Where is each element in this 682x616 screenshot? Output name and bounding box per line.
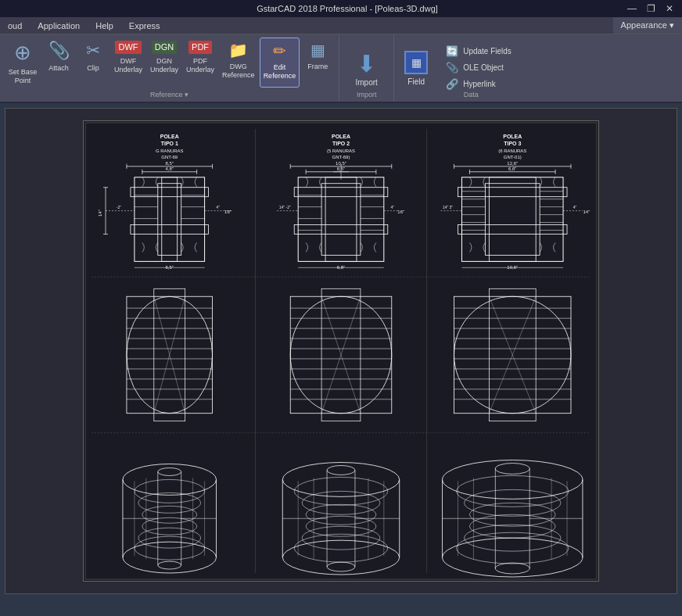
- restore-button[interactable]: ❐: [644, 2, 657, 15]
- svg-text:POLEA: POLEA: [160, 134, 179, 139]
- frame-icon: ▦: [310, 41, 325, 59]
- svg-text:14"  -2": 14" -2": [279, 205, 291, 210]
- dgn-underlay-icon: DGN: [152, 41, 177, 54]
- menu-oud[interactable]: oud: [0, 17, 30, 34]
- reference-group-label: Reference ▾: [0, 89, 339, 100]
- main-content: POLEA TIPO 1 G RANURAS GNT-69 POLEA TIPO…: [0, 103, 682, 599]
- drawing-container: POLEA TIPO 1 G RANURAS GNT-69 POLEA TIPO…: [5, 109, 677, 593]
- svg-text:12,6": 12,6": [507, 161, 518, 166]
- svg-text:4": 4": [573, 205, 577, 210]
- svg-text:GNT-69: GNT-69: [161, 155, 178, 159]
- dwf-underlay-button[interactable]: DWF DWFUnderlay: [111, 38, 145, 88]
- dwg-reference-icon: 📁: [228, 41, 248, 59]
- drawing-frame: POLEA TIPO 1 G RANURAS GNT-69 POLEA TIPO…: [83, 120, 599, 582]
- menu-application[interactable]: Application: [30, 17, 88, 34]
- svg-text:TIPO 2: TIPO 2: [332, 141, 350, 146]
- dwf-underlay-icon: DWF: [115, 41, 141, 54]
- title-bar: GstarCAD 2018 Professional - [Poleas-3D.…: [0, 0, 682, 17]
- svg-text:(6 RANURAS: (6 RANURAS: [498, 149, 526, 153]
- set-base-point-icon: ⊕: [14, 41, 31, 65]
- attach-icon: 📎: [48, 41, 70, 61]
- svg-text:POLEA: POLEA: [332, 134, 350, 139]
- menu-express[interactable]: Express: [121, 17, 168, 34]
- svg-text:G RANURAS: G RANURAS: [156, 149, 184, 153]
- svg-text:14"  3": 14" 3": [443, 205, 453, 210]
- ribbon-group-reference: ⊕ Set BasePoint 📎 Attach ✂ Clip DWF DWFU…: [0, 34, 339, 102]
- clip-icon: ✂: [86, 41, 100, 61]
- svg-text:-2": -2": [117, 205, 121, 210]
- ribbon-group-data: ▦ Field 🔄 Update Fields 📎 OLE Object 🔗 H…: [394, 34, 547, 102]
- drawing-svg: POLEA TIPO 1 G RANURAS GNT-69 POLEA TIPO…: [84, 121, 598, 581]
- pdf-underlay-icon: PDF: [188, 41, 212, 54]
- menu-bar: oud Application Help Express Appearance …: [0, 17, 682, 34]
- window-title: GstarCAD 2018 Professional - [Poleas-3D.…: [69, 4, 626, 13]
- ole-object-button[interactable]: 📎 OLE Object: [443, 60, 540, 75]
- attach-button[interactable]: 📎 Attach: [42, 38, 75, 88]
- canvas-inner: POLEA TIPO 1 G RANURAS GNT-69 POLEA TIPO…: [5, 109, 677, 593]
- svg-text:4": 4": [216, 205, 220, 210]
- ole-object-icon: 📎: [446, 62, 458, 73]
- edit-reference-icon: ✏: [273, 41, 286, 60]
- set-base-point-button[interactable]: ⊕ Set BasePoint: [5, 38, 41, 88]
- edit-reference-button[interactable]: ✏ EditReference: [260, 38, 300, 88]
- dwg-reference-button[interactable]: 📁 DWGReference: [219, 38, 258, 88]
- import-icon: ⬇: [357, 50, 376, 78]
- field-icon: ▦: [404, 51, 428, 74]
- svg-text:(5 RANURAS: (5 RANURAS: [327, 149, 355, 153]
- hyperlink-icon: 🔗: [446, 78, 458, 90]
- frame-button[interactable]: ▦ Frame: [301, 38, 334, 88]
- ribbon-group-import: ⬇ Import Import: [339, 34, 394, 102]
- svg-text:14": 14": [98, 210, 102, 217]
- data-group-label: Data: [394, 89, 547, 100]
- svg-rect-0: [84, 121, 598, 581]
- update-fields-icon: 🔄: [446, 45, 458, 57]
- appearance-button[interactable]: Appearance ▾: [613, 17, 682, 34]
- pdf-underlay-button[interactable]: PDF PDFUnderlay: [183, 38, 217, 88]
- menu-help[interactable]: Help: [88, 17, 121, 34]
- clip-button[interactable]: ✂ Clip: [77, 38, 109, 88]
- svg-text:4,8": 4,8": [166, 167, 174, 171]
- svg-text:GNT-01): GNT-01): [504, 155, 522, 159]
- svg-text:TIPO 1: TIPO 1: [161, 141, 178, 146]
- svg-text:18": 18": [224, 210, 232, 214]
- ribbon: ⊕ Set BasePoint 📎 Attach ✂ Clip DWF DWFU…: [0, 34, 682, 103]
- close-button[interactable]: ✕: [663, 2, 676, 15]
- svg-text:POLEA: POLEA: [503, 134, 522, 139]
- canvas-area[interactable]: POLEA TIPO 1 G RANURAS GNT-69 POLEA TIPO…: [5, 108, 677, 594]
- svg-text:GNT-69): GNT-69): [332, 155, 350, 159]
- import-group-label: Import: [339, 89, 393, 100]
- svg-text:TIPO 3: TIPO 3: [504, 141, 521, 146]
- minimize-button[interactable]: —: [626, 2, 638, 15]
- dgn-underlay-button[interactable]: DGN DGNUnderlay: [147, 38, 181, 88]
- data-items-list: 🔄 Update Fields 📎 OLE Object 🔗 Hyperlink: [436, 41, 546, 95]
- svg-text:4": 4": [391, 205, 395, 210]
- svg-text:8,5": 8,5": [166, 161, 174, 166]
- update-fields-button[interactable]: 🔄 Update Fields: [443, 44, 540, 59]
- svg-text:16": 16": [397, 210, 404, 214]
- svg-text:14": 14": [583, 210, 590, 214]
- svg-text:6,6": 6,6": [508, 167, 516, 171]
